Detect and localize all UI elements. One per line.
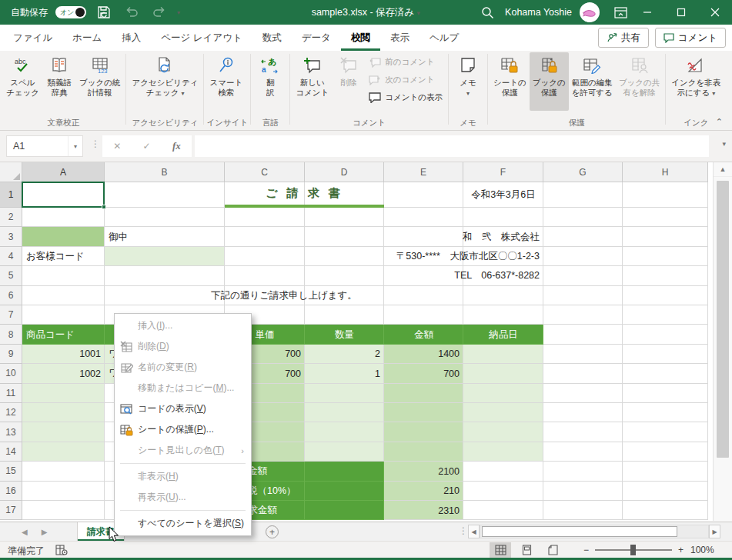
comments-button[interactable]: コメント <box>655 28 726 48</box>
smart-lookup-button[interactable]: スマート検索 <box>206 52 246 111</box>
cell-A5[interactable] <box>22 266 105 285</box>
menu-item-コードの表示[interactable]: コードの表示(V) <box>115 398 251 419</box>
cell-H17[interactable] <box>623 501 708 520</box>
column-header-A[interactable]: A <box>22 162 105 182</box>
page-break-preview-button[interactable] <box>542 542 563 558</box>
zoom-in-icon[interactable]: + <box>678 545 684 555</box>
page-layout-view-button[interactable] <box>516 542 537 558</box>
row-header-15[interactable]: 15 <box>0 462 22 481</box>
cell-A13[interactable] <box>22 422 105 442</box>
cell-H9[interactable] <box>623 345 708 364</box>
vertical-scroll-thumb[interactable] <box>717 181 729 458</box>
cell-G3[interactable] <box>543 227 623 246</box>
ribbon-display-options-icon[interactable] <box>610 2 630 22</box>
menu-item-すべてのシートを選択[interactable]: すべてのシートを選択(S) <box>115 513 251 534</box>
cell-A7[interactable] <box>22 305 105 325</box>
row-header-14[interactable]: 14 <box>0 442 22 462</box>
cell-G10[interactable] <box>543 364 623 383</box>
cell-D12[interactable] <box>305 403 384 422</box>
cell-E11[interactable] <box>384 384 463 403</box>
cell-C2[interactable] <box>225 208 305 227</box>
cell-G1[interactable] <box>543 182 623 208</box>
column-header-F[interactable]: F <box>463 162 543 182</box>
cell-F2[interactable] <box>463 208 543 227</box>
cell-E12[interactable] <box>384 403 463 422</box>
row-header-2[interactable]: 2 <box>0 208 22 227</box>
cell-F12[interactable] <box>463 403 543 422</box>
protect-workbook-button[interactable]: ブックの保護 <box>530 52 569 111</box>
cell-A12[interactable] <box>22 403 105 422</box>
cell-G11[interactable] <box>543 384 623 403</box>
column-header-G[interactable]: G <box>543 162 623 182</box>
new-sheet-button[interactable]: + <box>266 525 279 538</box>
row-header-10[interactable]: 10 <box>0 364 22 383</box>
cell-H11[interactable] <box>623 384 708 403</box>
ribbon-tab-ファイル[interactable]: ファイル <box>3 25 62 51</box>
cell-B1[interactable] <box>105 182 225 208</box>
row-header-13[interactable]: 13 <box>0 422 22 442</box>
cell-G4[interactable] <box>543 247 623 266</box>
cell-F13[interactable] <box>463 422 543 442</box>
cell-E13[interactable] <box>384 422 463 442</box>
column-header-E[interactable]: E <box>384 162 463 182</box>
cell-D13[interactable] <box>305 422 384 442</box>
collapse-ribbon-icon[interactable]: ⌃ <box>716 117 723 127</box>
row-header-4[interactable]: 4 <box>0 247 22 266</box>
cell-G7[interactable] <box>543 305 623 325</box>
zoom-slider-thumb[interactable] <box>630 545 636 555</box>
cell-D7[interactable] <box>305 305 384 325</box>
cell-E2[interactable] <box>384 208 463 227</box>
vertical-scrollbar[interactable]: ▲ <box>713 162 732 521</box>
cell-D11[interactable] <box>305 384 384 403</box>
horizontal-scrollbar[interactable] <box>480 525 709 538</box>
save-icon[interactable] <box>94 2 114 22</box>
formula-input[interactable] <box>195 135 709 157</box>
ribbon-tab-データ[interactable]: データ <box>292 25 341 51</box>
cell-A16[interactable] <box>22 482 105 501</box>
cell-B2[interactable] <box>105 208 225 227</box>
row-header-3[interactable]: 3 <box>0 227 22 246</box>
cell-H1[interactable] <box>623 182 708 208</box>
cell-F16[interactable] <box>463 482 543 501</box>
zoom-level[interactable]: 100% <box>690 545 714 555</box>
cell-H12[interactable] <box>623 403 708 422</box>
cell-D14[interactable] <box>305 442 384 462</box>
ribbon-tab-挿入[interactable]: 挿入 <box>112 25 151 51</box>
cell-D2[interactable] <box>305 208 384 227</box>
translate-button[interactable]: あa翻訳 <box>253 52 287 111</box>
cell-G13[interactable] <box>543 422 623 442</box>
cell-F11[interactable] <box>463 384 543 403</box>
cell-H8[interactable] <box>623 325 708 344</box>
cell-G12[interactable] <box>543 403 623 422</box>
accessibility-check-button[interactable]: アクセシビリティチェック ▾ <box>129 52 201 111</box>
column-header-H[interactable]: H <box>623 162 708 182</box>
maximize-button[interactable] <box>664 0 698 25</box>
name-box-chevron-icon[interactable]: ▾ <box>68 136 82 156</box>
show-comments-button[interactable]: コメントの表示 <box>369 91 443 105</box>
ribbon-tab-ページ レイアウト[interactable]: ページ レイアウト <box>151 25 252 51</box>
name-box[interactable]: A1 ▾ <box>6 135 83 157</box>
cell-G8[interactable] <box>543 325 623 344</box>
cell-G2[interactable] <box>543 208 623 227</box>
ribbon-tab-表示[interactable]: 表示 <box>380 25 419 51</box>
row-header-16[interactable]: 16 <box>0 482 22 501</box>
cell-F6[interactable] <box>463 286 543 305</box>
allow-edit-ranges-button[interactable]: 範囲の編集を許可する <box>569 52 616 111</box>
cell-F7[interactable] <box>463 305 543 325</box>
cell-G5[interactable] <box>543 266 623 285</box>
cell-H2[interactable] <box>623 208 708 227</box>
cell-H14[interactable] <box>623 442 708 462</box>
cell-G6[interactable] <box>543 286 623 305</box>
sheet-nav-next-icon[interactable]: ▶ <box>42 528 48 536</box>
zoom-slider[interactable] <box>595 549 672 551</box>
column-header-B[interactable]: B <box>105 162 225 182</box>
ribbon-tab-ヘルプ[interactable]: ヘルプ <box>419 25 469 51</box>
cell-E7[interactable] <box>384 305 463 325</box>
scroll-left-icon[interactable]: ◀ <box>468 525 480 538</box>
cell-H5[interactable] <box>623 266 708 285</box>
cell-A15[interactable] <box>22 462 105 481</box>
column-header-C[interactable]: C <box>225 162 305 182</box>
row-header-9[interactable]: 9 <box>0 345 22 364</box>
protect-sheet-button[interactable]: シートの保護 <box>490 52 530 111</box>
cell-G17[interactable] <box>543 501 623 520</box>
